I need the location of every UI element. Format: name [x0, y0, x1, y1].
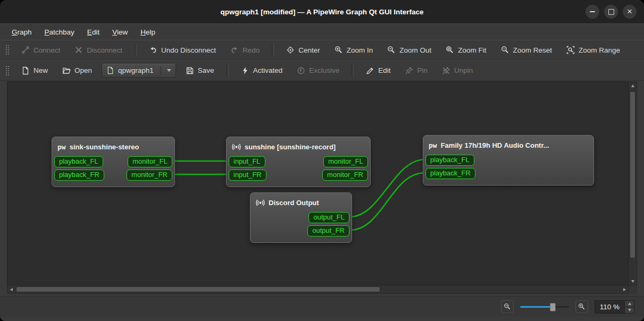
port-playback_FR[interactable]: playback_FR: [54, 170, 104, 181]
undo-label: Undo Disconnect: [161, 46, 216, 54]
zoom-slider[interactable]: [520, 302, 569, 311]
center-icon: [286, 46, 295, 54]
zoom-spin-up[interactable]: [625, 301, 634, 307]
zoom-fit-button[interactable]: Zoom Fit: [441, 43, 491, 57]
arrow-down-icon: [628, 309, 631, 311]
menu-patchbay[interactable]: Patchbay: [39, 27, 80, 38]
horizontal-scroll-thumb[interactable]: [16, 286, 380, 292]
zoom-out-icon: [387, 46, 396, 54]
save-icon: [186, 66, 194, 75]
open-button[interactable]: Open: [57, 64, 97, 78]
vertical-scroll-thumb[interactable]: [630, 91, 635, 258]
vertical-scroll-track[interactable]: [629, 89, 637, 277]
activated-button[interactable]: Activated: [236, 64, 288, 78]
node-family-audio-controller[interactable]: pw Family 17h/19h HD Audio Contr... play…: [423, 135, 594, 185]
connect-label: Connect: [34, 46, 60, 54]
zoom-range-button[interactable]: Zoom Range: [562, 43, 625, 57]
node-sink-sunshine-stereo[interactable]: pw sink-sunshine-stereo playback_FL moni…: [52, 137, 175, 187]
window-controls: ×: [586, 0, 637, 23]
node-discord-output[interactable]: Discord Output output_FL output_FR: [250, 192, 352, 243]
menu-graph[interactable]: Graph: [6, 27, 37, 38]
port-monitor_FL[interactable]: monitor_FL: [323, 156, 368, 167]
app-window: qpwgraph1 [modified] — A PipeWire Graph …: [0, 0, 644, 321]
vertical-scrollbar[interactable]: [629, 81, 637, 285]
pin-label: Pin: [417, 66, 428, 74]
statusbar-zoom-out-button[interactable]: [501, 300, 514, 313]
open-label: Open: [74, 66, 92, 74]
port-monitor_FR[interactable]: monitor_FR: [127, 170, 172, 181]
connect-icon: [21, 46, 30, 54]
pipewire-icon: pw: [429, 142, 437, 149]
arrow-up-icon: [631, 85, 634, 87]
graph-canvas[interactable]: pw sink-sunshine-stereo playback_FL moni…: [7, 81, 629, 285]
scroll-up-button[interactable]: [629, 82, 637, 89]
zoom-reset-icon: [501, 46, 509, 54]
port-playback_FL[interactable]: playback_FL: [54, 156, 103, 167]
zoom-in-button[interactable]: Zoom In: [330, 43, 378, 57]
titlebar[interactable]: qpwgraph1 [modified] — A PipeWire Graph …: [0, 0, 644, 23]
close-icon: ×: [627, 7, 632, 16]
node-header: sunshine [sunshine-record]: [227, 137, 370, 156]
node-title: sink-sunshine-stereo: [70, 143, 139, 151]
zoom-spin-down[interactable]: [625, 307, 634, 313]
maximize-button[interactable]: [604, 5, 618, 19]
close-button[interactable]: ×: [623, 5, 637, 19]
node-header: pw sink-sunshine-stereo: [52, 137, 174, 156]
undo-button[interactable]: Undo Disconnect: [144, 43, 221, 57]
minimize-icon: [590, 11, 595, 12]
scroll-left-button[interactable]: [7, 285, 15, 293]
open-folder-icon: [62, 66, 71, 75]
statusbar: 110 %: [0, 296, 644, 317]
session-select[interactable]: qpwgraph1: [102, 64, 176, 78]
new-label: New: [34, 66, 48, 74]
save-button[interactable]: Save: [181, 64, 219, 78]
port-monitor_FL[interactable]: monitor_FL: [128, 156, 172, 167]
port-output_FL[interactable]: output_FL: [308, 212, 349, 223]
toolbar-grip[interactable]: [5, 65, 10, 77]
zoom-in-icon: [578, 303, 586, 310]
connect-button: Connect: [16, 43, 65, 57]
toolbar-separator: [227, 65, 229, 77]
zoom-out-label: Zoom Out: [399, 46, 431, 54]
zoom-reset-button[interactable]: Zoom Reset: [496, 43, 557, 57]
pin-button: Pin: [400, 64, 432, 78]
toolbar-grip[interactable]: [5, 44, 10, 56]
zoom-spinbox[interactable]: 110 %: [595, 300, 634, 314]
port-input_FR[interactable]: input_FR: [229, 170, 266, 181]
activated-label: Activated: [253, 66, 283, 74]
zoom-slider-handle[interactable]: [550, 303, 556, 311]
redo-icon: [230, 46, 239, 54]
menu-view[interactable]: View: [107, 27, 133, 38]
center-button[interactable]: Center: [281, 43, 325, 57]
exclusive-button: Exclusive: [292, 64, 344, 78]
scrollbar-corner: [629, 285, 637, 294]
toolbar-separator: [352, 65, 354, 77]
redo-label: Redo: [242, 46, 260, 54]
node-header: pw Family 17h/19h HD Audio Contr...: [423, 136, 593, 155]
minimize-button[interactable]: [586, 5, 599, 19]
new-button[interactable]: New: [16, 64, 53, 78]
port-input_FL[interactable]: input_FL: [229, 156, 265, 167]
zoom-out-button[interactable]: Zoom Out: [382, 43, 436, 57]
port-playback_FL[interactable]: playback_FL: [425, 155, 474, 166]
edit-button[interactable]: Edit: [361, 64, 395, 78]
port-monitor_FR[interactable]: monitor_FR: [322, 170, 368, 181]
scroll-right-button[interactable]: [621, 285, 628, 293]
horizontal-scroll-track[interactable]: [15, 285, 621, 293]
menu-edit[interactable]: Edit: [82, 27, 105, 38]
node-sunshine-record[interactable]: sunshine [sunshine-record] input_FL moni…: [226, 137, 371, 187]
exclusive-icon: [297, 66, 305, 75]
scroll-down-button[interactable]: [629, 277, 637, 285]
horizontal-scrollbar[interactable]: [7, 285, 629, 294]
session-name: qpwgraph1: [118, 66, 154, 74]
statusbar-zoom-in-button[interactable]: [575, 300, 588, 313]
node-title: Family 17h/19h HD Audio Contr...: [441, 141, 549, 149]
edit-label: Edit: [378, 66, 390, 74]
zoom-slider-fill: [520, 306, 552, 308]
node-title: Discord Output: [269, 199, 319, 207]
session-toolbar: New Open qpwgraph1 Save Activated Exclus…: [0, 60, 644, 81]
menu-help[interactable]: Help: [135, 27, 161, 38]
port-output_FR[interactable]: output_FR: [307, 225, 349, 236]
disconnect-button: Disconnect: [70, 43, 127, 57]
port-playback_FR[interactable]: playback_FR: [425, 168, 475, 179]
